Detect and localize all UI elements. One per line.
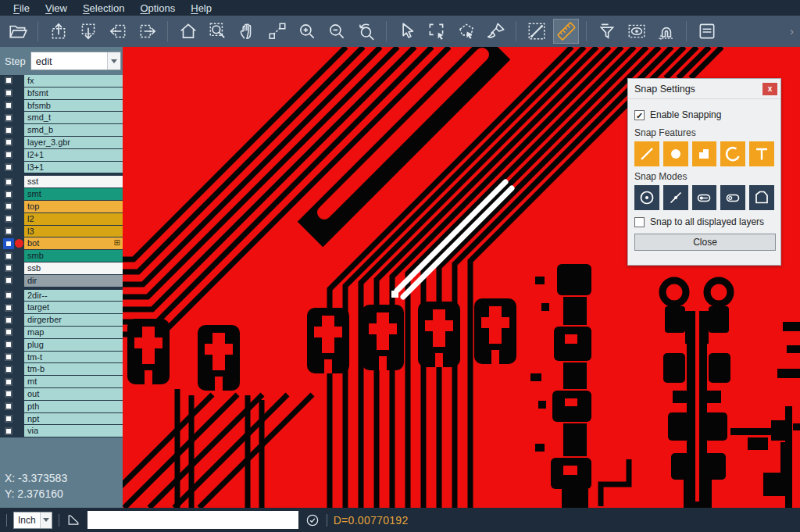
all-layers-row[interactable]: Snap to all displayed layers [634,216,774,227]
layer-row-layer_3.gbr[interactable]: layer_3.gbr [0,137,123,148]
layer-row-l3+1[interactable]: l3+1 [0,162,123,173]
layer-visibility-checkbox[interactable] [5,304,12,312]
layer-top[interactable]: top [24,201,123,212]
dialog-titlebar[interactable]: Snap Settings x [628,79,780,99]
layer-visibility-checkbox[interactable] [5,89,12,97]
layer-row-ssb[interactable]: ssb [0,262,123,274]
unit-select[interactable]: Inch [13,512,52,529]
layer-layer_3.gbr[interactable]: layer_3.gbr [24,137,123,148]
layer-row-mt[interactable]: mt [0,376,123,387]
layer-bfsmb[interactable]: bfsmb [24,100,123,112]
layer-pth[interactable]: pth [24,401,123,412]
show-selection-button[interactable] [623,19,649,44]
snap-arc-button[interactable] [720,141,745,166]
layer-smt[interactable]: smt [24,188,123,200]
layer-via[interactable]: via [24,425,123,437]
layer-visibility-checkbox[interactable] [5,415,12,423]
layer-visibility-checkbox[interactable] [5,191,12,198]
layer-visibility-checkbox[interactable] [5,264,12,272]
layer-row-2dir--[interactable]: 2dir-- [0,290,123,302]
zoom-polygon-button[interactable] [264,19,290,44]
menu-item-file[interactable]: File [6,2,37,14]
menu-item-selection[interactable]: Selection [76,2,131,14]
open-button[interactable] [5,19,30,44]
layer-visibility-checkbox[interactable] [5,277,12,284]
layer-tm-b[interactable]: tm-b [24,363,123,375]
snap-line-button[interactable] [634,141,659,166]
zoom-in-button[interactable] [294,19,320,44]
snap-slot-center-button[interactable] [692,185,717,210]
layer-row-l3[interactable]: l3 [0,226,123,237]
layer-out[interactable]: out [24,388,123,400]
layer-row-smt[interactable]: smt [0,188,123,200]
layer-l3+1[interactable]: l3+1 [24,162,123,173]
pcb-canvas[interactable]: Snap Settings x ✓ Enable Snapping Snap F… [123,47,800,508]
layer-row-tm-t[interactable]: tm-t [0,352,123,363]
layer-l2+1[interactable]: l2+1 [24,149,123,161]
pan-button[interactable] [234,19,260,44]
layer-row-target[interactable]: target [0,302,123,313]
layer-smd_t[interactable]: smd_t [24,112,123,123]
layer-smd_b[interactable]: smd_b [24,124,123,136]
layer-row-l2[interactable]: l2 [0,213,123,225]
layer-visibility-checkbox[interactable] [5,163,12,171]
layer-tm-t[interactable]: tm-t [24,352,123,363]
layer-row-dirgerber[interactable]: dirgerber [0,314,123,326]
import-left-button[interactable] [105,19,130,44]
menu-item-view[interactable]: View [38,2,74,14]
layer-row-via[interactable]: via [0,425,123,437]
chevron-down-icon[interactable] [107,52,120,70]
import-down-button[interactable] [75,19,101,44]
dialog-close-icon[interactable]: x [762,83,777,95]
measure-distance-button[interactable] [523,19,549,44]
layer-row-bot[interactable]: bot⊞ [0,237,123,249]
layer-visibility-checkbox[interactable] [5,353,12,361]
layer-row-smd_b[interactable]: smd_b [0,124,123,136]
step-select[interactable]: edit [30,52,121,70]
apply-icon[interactable] [305,512,320,528]
layer-dirgerber[interactable]: dirgerber [24,314,123,326]
layer-bot[interactable]: bot⊞ [24,237,123,249]
layer-visibility-checkbox[interactable] [5,402,12,410]
layer-visibility-checkbox[interactable] [5,328,12,336]
layer-fx[interactable]: fx [24,75,123,87]
layer-visibility-checkbox[interactable] [5,151,12,159]
snap-center-button[interactable] [634,185,659,210]
layer-row-smd_t[interactable]: smd_t [0,112,123,123]
layer-visibility-checkbox[interactable] [5,252,12,260]
toolbar-overflow-chevron[interactable]: › [790,25,795,37]
layer-visibility-checkbox[interactable] [5,378,12,386]
layer-row-bfsmt[interactable]: bfsmt [0,87,123,99]
zoom-previous-button[interactable] [353,19,379,44]
layer-visibility-checkbox[interactable] [5,102,12,109]
layer-row-fx[interactable]: fx [0,75,123,87]
zoom-out-button[interactable] [323,19,349,44]
layer-row-plug[interactable]: plug [0,339,123,351]
layer-row-sst[interactable]: sst [0,176,123,187]
snap-midpoint-button[interactable] [663,185,688,210]
layer-ssb[interactable]: ssb [24,262,123,274]
all-layers-checkbox[interactable] [634,217,645,227]
layer-visibility-checkbox[interactable] [5,341,12,348]
home-view-button[interactable] [175,19,201,44]
layer-row-smb[interactable]: smb [0,250,123,262]
menu-item-options[interactable]: Options [133,2,182,14]
zoom-window-button[interactable] [205,19,230,44]
snap-button[interactable] [653,19,679,44]
layer-visibility-checkbox[interactable] [5,215,12,223]
layer-row-tm-b[interactable]: tm-b [0,363,123,375]
layer-visibility-checkbox[interactable] [5,114,12,122]
layer-smb[interactable]: smb [24,250,123,262]
close-button[interactable]: Close [634,234,776,251]
layer-row-top[interactable]: top [0,201,123,212]
layer-l2[interactable]: l2 [24,213,123,225]
layer-visibility-checkbox[interactable] [5,127,12,134]
layer-dir[interactable]: dir [24,275,123,287]
layer-mt[interactable]: mt [24,376,123,387]
select-rectangle-button[interactable] [423,19,449,44]
measure-input[interactable] [88,511,298,529]
snap-pad-button[interactable] [663,141,688,166]
layer-row-bfsmb[interactable]: bfsmb [0,100,123,112]
layer-npt[interactable]: npt [24,413,123,425]
layer-visibility-checkbox[interactable] [5,202,12,210]
